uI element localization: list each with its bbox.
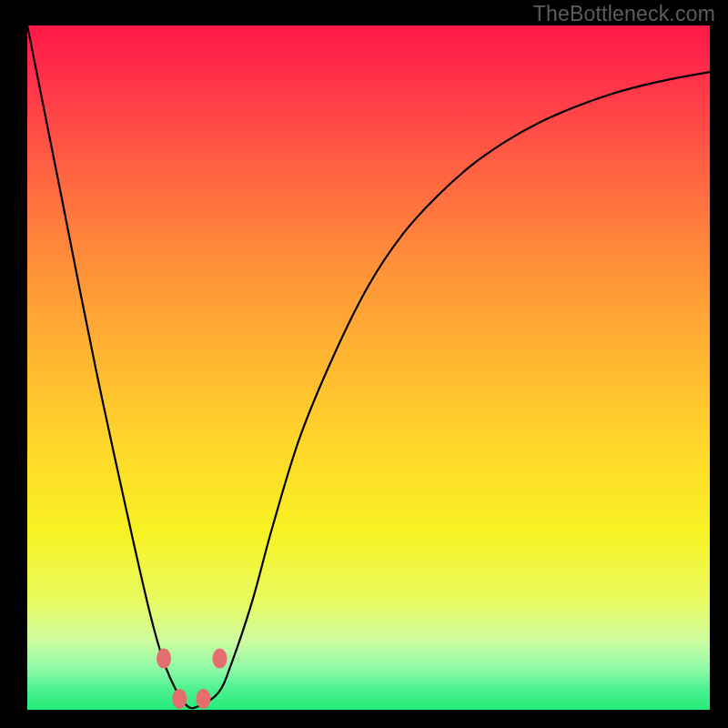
curve-marker <box>213 649 228 669</box>
bottleneck-curve-path <box>27 25 710 708</box>
watermark-text: TheBottleneck.com <box>533 2 715 26</box>
chart-plot-area <box>27 25 710 710</box>
curve-marker <box>172 689 187 709</box>
bottleneck-curve-svg <box>27 25 710 710</box>
curve-markers <box>157 649 228 709</box>
curve-marker <box>197 689 211 709</box>
curve-marker <box>157 649 171 669</box>
